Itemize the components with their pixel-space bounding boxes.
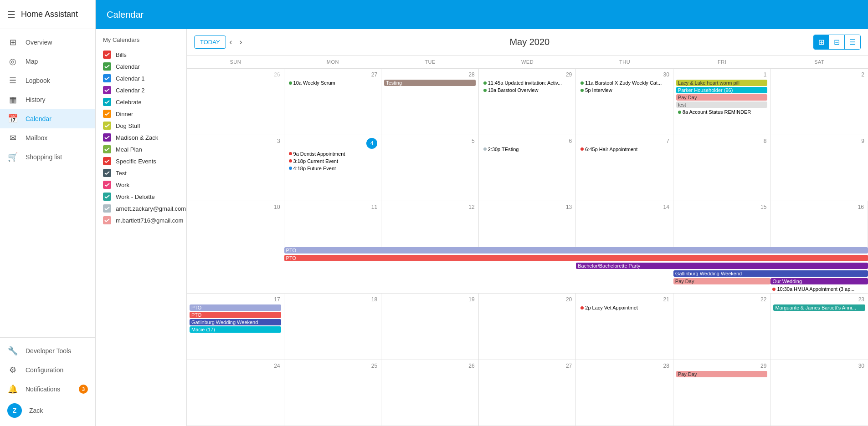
sidebar-item-calendar[interactable]: 📅Calendar [0,109,95,128]
calendar-checkbox[interactable] [103,86,111,94]
calendar-name: Celebrate [116,99,141,106]
calendar-event[interactable]: 10:30a HMUA Appointment (3 ap... [770,286,868,292]
calendar-event[interactable]: 10a Barstool Overview [482,87,573,93]
next-button[interactable]: › [236,35,246,50]
calendar-item[interactable]: Calendar [103,61,179,72]
day-number: 19 [384,295,476,304]
calendar-event[interactable]: Parker Householder (96) [676,87,768,93]
sidebar-item-logbook[interactable]: ☰Logbook [0,71,95,90]
calendar-event-span[interactable]: Bachelor/Bachelorette Party [576,263,868,269]
calendar-event[interactable]: PTO [190,312,281,318]
calendar-item[interactable]: Calendar 2 [103,84,179,96]
calendar-event[interactable]: Gatlinburg Wedding Weekend [190,319,281,325]
calendar-event[interactable]: 3:18p Current Event [287,158,379,164]
calendar-checkbox[interactable] [103,157,111,165]
calendar-checkbox[interactable] [103,51,111,59]
sidebar-item-config[interactable]: ⚙Configuration [0,360,95,380]
sidebar-item-map[interactable]: ◎Map [0,52,95,71]
sidebar-item-shopping[interactable]: 🛒Shopping list [0,147,95,167]
calendar-event-span[interactable]: PTO [284,255,868,261]
sidebar-item-mailbox[interactable]: ✉Mailbox [0,128,95,147]
calendar-event[interactable]: 10a Weekly Scrum [287,80,379,86]
calendar-item[interactable]: Celebrate [103,96,179,108]
day-number: 5 [384,137,476,145]
calendar-item[interactable]: Test [103,167,179,179]
calendar-item[interactable]: Madison & Zack [103,132,179,143]
calendar-event[interactable]: Macie (17) [190,326,281,333]
calendar-checkbox[interactable] [103,98,111,106]
calendar-checkbox[interactable] [103,74,111,82]
calendar-item[interactable]: Work - Deloitte [103,191,179,203]
calendar-item[interactable]: m.bartlett716@gmail.com [103,214,179,226]
calendar-item[interactable]: Calendar 1 [103,72,179,84]
calendar-event[interactable]: 2p Lacy Vet Appointmet [579,304,670,311]
calendar-event[interactable]: Marguarite & James Bartiett's Anni... [773,304,865,311]
calendar-checkbox[interactable] [103,145,111,153]
calendar-checkbox[interactable] [103,181,111,189]
day-number: 22 [676,295,768,304]
calendar-item[interactable]: Dog Stuff [103,120,179,132]
cal-day: 30 [770,360,868,426]
calendar-event[interactable]: 9a Dentist Appointment [287,151,379,157]
cal-week: 262710a Weekly Scrum28Testing2911:45a Up… [187,69,868,135]
today-button[interactable]: TODAY [194,36,226,49]
prev-button[interactable]: ‹ [226,35,236,50]
calendar-event[interactable]: 8a Account Status REMINDER [676,109,768,115]
shopping-icon: 🛒 [7,152,18,162]
calendar-checkbox[interactable] [103,204,111,213]
sidebar-item-notifications[interactable]: 🔔Notifications3 [0,380,95,399]
cal-week: 17PTOPTOGatlinburg Wedding WeekendMacie … [187,294,868,360]
calendar-item[interactable]: Dinner [103,108,179,120]
cal-day: 27 [479,360,576,426]
day-number: 15 [676,203,768,211]
calendar-grid: SUNMONTUEWEDTHUFRISAT 262710a Weekly Scr… [187,56,868,426]
calendar-event[interactable]: 4:18p Future Event [287,165,379,172]
calendar-checkbox[interactable] [103,216,111,224]
calendar-event-span[interactable]: Pay Day [673,278,771,284]
calendar-checkbox[interactable] [103,122,111,130]
sidebar-item-history[interactable]: ▦History [0,90,95,109]
month-view-button[interactable]: ⊞ [814,35,829,49]
calendar-event[interactable]: Testing [384,80,476,86]
calendar-checkbox[interactable] [103,110,111,118]
cal-day: 62:30p TEsting [479,135,576,201]
calendar-event-span[interactable]: Gatlinburg Wedding Weekend [673,270,868,277]
event-dot [580,81,584,85]
event-text: 11a Barstool X Zudy Weekly Cat... [585,80,662,86]
week-view-button[interactable]: ⊟ [829,35,845,49]
list-view-button[interactable]: ☰ [845,35,860,49]
calendar-event[interactable]: 6:45p Hair Appointment [579,146,670,152]
map-icon: ◎ [7,56,18,66]
calendar-item[interactable]: Work [103,179,179,191]
calendar-event[interactable]: Lacy & Luke heart worm pill [676,80,768,86]
calendar-event-span[interactable]: Our Wedding [770,278,868,284]
calendar-event[interactable]: 2:30p TEsting [482,146,573,152]
calendar-event-span[interactable]: PTO [284,247,868,254]
calendar-checkbox[interactable] [103,62,111,71]
main-content: Calendar My Calendars BillsCalendarCalen… [96,0,868,426]
calendar-item[interactable]: Bills [103,49,179,61]
calendar-name: Work - Deloitte [116,193,155,200]
calendar-event[interactable]: 11:45a Updated invitation: Activ... [482,80,573,86]
sidebar-item-overview[interactable]: ⊞Overview [0,33,95,52]
calendar-checkbox[interactable] [103,193,111,201]
calendar-event[interactable]: PTO [190,304,281,311]
calendar-checkbox[interactable] [103,169,111,177]
calendar-event[interactable]: test [676,101,768,108]
cal-day: 1Lacy & Luke heart worm pillParker House… [673,69,771,135]
calendar-checkbox[interactable] [103,133,111,142]
event-text: 3:18p Current Event [293,158,338,164]
calendar-item[interactable]: Meal Plan [103,143,179,155]
day-number: 21 [579,295,670,304]
notification-badge: 3 [79,385,88,394]
sidebar-item-dev-tools[interactable]: 🔧Developer Tools [0,341,95,360]
calendar-event[interactable]: 5p Interview [579,87,670,93]
calendar-item[interactable]: Specific Events [103,155,179,167]
top-bar: Calendar [96,0,868,29]
sidebar-item-user[interactable]: ZZack [0,399,95,422]
calendar-item[interactable]: arnett.zackary@gmail.com [103,203,179,214]
calendar-event[interactable]: 11a Barstool X Zudy Weekly Cat... [579,80,670,86]
menu-icon[interactable]: ☰ [7,9,15,20]
calendar-event[interactable]: Pay Day [676,371,768,377]
calendar-event[interactable]: Pay Day [676,94,768,101]
